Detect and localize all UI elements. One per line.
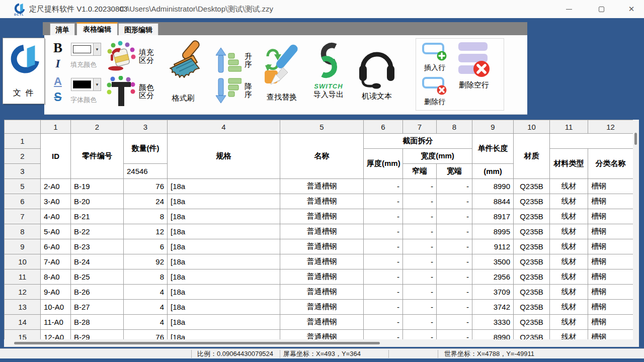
cell-narrow[interactable]: - bbox=[403, 285, 437, 300]
cell-name[interactable]: 普通槽钢 bbox=[280, 315, 364, 330]
cell-part[interactable]: B-19 bbox=[71, 179, 124, 194]
cell-spec[interactable]: [18a bbox=[168, 224, 280, 239]
cell-thk[interactable]: - bbox=[364, 194, 403, 209]
cell-id[interactable]: 5-A0 bbox=[41, 224, 71, 239]
cell-narrow[interactable]: - bbox=[403, 315, 437, 330]
cell-part[interactable]: B-27 bbox=[71, 300, 124, 315]
cell-spec[interactable]: [18a bbox=[168, 330, 280, 340]
cell-wide[interactable]: - bbox=[437, 224, 472, 239]
delete-row-button[interactable]: 删除行 bbox=[421, 76, 449, 108]
color-distinguish-button[interactable]: 颜色区分 bbox=[106, 75, 156, 108]
cell-cat[interactable]: 槽钢 bbox=[588, 239, 633, 254]
cell-cat[interactable]: 槽钢 bbox=[588, 179, 633, 194]
qty-total-cell[interactable]: 24546 bbox=[124, 164, 168, 179]
row-number[interactable]: 3 bbox=[5, 164, 41, 179]
cell-mat[interactable]: Q235B bbox=[514, 194, 550, 209]
column-number[interactable]: 4 bbox=[168, 120, 280, 134]
column-number[interactable]: 7 bbox=[403, 120, 437, 134]
cell-mat[interactable]: Q235B bbox=[514, 330, 550, 340]
header-narrow-end[interactable]: 窄端 bbox=[403, 164, 437, 179]
cell-narrow[interactable]: - bbox=[403, 209, 437, 224]
cell-narrow[interactable]: - bbox=[403, 239, 437, 254]
horizontal-scrollbar-thumb[interactable] bbox=[14, 342, 380, 344]
cell-wide[interactable]: - bbox=[437, 315, 472, 330]
cell-narrow[interactable]: - bbox=[403, 269, 437, 285]
cell-wide[interactable]: - bbox=[437, 330, 472, 340]
header-mm[interactable]: (mm) bbox=[472, 164, 514, 179]
delete-empty-rows-button[interactable]: 删除空行 bbox=[454, 42, 494, 98]
column-number[interactable]: 5 bbox=[280, 120, 364, 134]
cell-mat[interactable]: Q235B bbox=[514, 285, 550, 300]
chevron-down-icon[interactable]: ▼ bbox=[93, 78, 101, 90]
cell-cat[interactable]: 槽钢 bbox=[588, 209, 633, 224]
cell-len[interactable]: 8917 bbox=[472, 209, 514, 224]
cell-thk[interactable]: - bbox=[364, 300, 403, 315]
cell-part[interactable]: B-20 bbox=[71, 194, 124, 209]
import-export-button[interactable]: SWITCH 导入导出 bbox=[308, 40, 349, 105]
cell-spec[interactable]: [18a bbox=[168, 285, 280, 300]
cell-id[interactable]: 4-A0 bbox=[41, 209, 71, 224]
row-number[interactable]: 12 bbox=[5, 285, 41, 300]
cell-len[interactable]: 3330 bbox=[472, 315, 514, 330]
cell-len[interactable]: 8990 bbox=[472, 179, 514, 194]
cell-name[interactable]: 普通槽钢 bbox=[280, 300, 364, 315]
header-unit-length[interactable]: 单件长度 bbox=[472, 134, 514, 164]
cell-thk[interactable]: - bbox=[364, 330, 403, 340]
cell-mat[interactable]: Q235B bbox=[514, 209, 550, 224]
strikethrough-button[interactable]: S bbox=[50, 90, 65, 104]
tab-list[interactable]: 清单 bbox=[50, 23, 75, 35]
cell-type[interactable]: 线材 bbox=[550, 179, 588, 194]
cell-narrow[interactable]: - bbox=[403, 194, 437, 209]
cell-len[interactable]: 8995 bbox=[472, 224, 514, 239]
header-category[interactable]: 分类名称 bbox=[588, 149, 633, 179]
cell-id[interactable]: 7-A0 bbox=[41, 254, 71, 269]
cell-part[interactable]: B-26 bbox=[71, 285, 124, 300]
cell-narrow[interactable]: - bbox=[403, 300, 437, 315]
cell-type[interactable]: 线材 bbox=[550, 330, 588, 340]
cell-cat[interactable]: 槽钢 bbox=[588, 254, 633, 269]
cell-id[interactable]: 11-A0 bbox=[41, 315, 71, 330]
tab-graphic-edit[interactable]: 图形编辑 bbox=[118, 23, 158, 35]
cell-name[interactable]: 普通槽钢 bbox=[280, 224, 364, 239]
cell-type[interactable]: 线材 bbox=[550, 239, 588, 254]
cell-part[interactable]: B-24 bbox=[71, 254, 124, 269]
row-number[interactable]: 14 bbox=[5, 315, 41, 330]
column-number[interactable]: 10 bbox=[514, 120, 550, 134]
cell-cat[interactable]: 槽钢 bbox=[588, 315, 633, 330]
cell-name[interactable]: 普通槽钢 bbox=[280, 179, 364, 194]
cell-wide[interactable]: - bbox=[437, 254, 472, 269]
cell-id[interactable]: 6-A0 bbox=[41, 239, 71, 254]
sort-descending-button[interactable]: 降序 bbox=[215, 75, 258, 106]
cell-mat[interactable]: Q235B bbox=[514, 224, 550, 239]
cell-spec[interactable]: [18a bbox=[168, 254, 280, 269]
cell-cat[interactable]: 槽钢 bbox=[588, 194, 633, 209]
cell-id[interactable]: 2-A0 bbox=[41, 179, 71, 194]
cell-narrow[interactable]: - bbox=[403, 330, 437, 340]
cell-type[interactable]: 线材 bbox=[550, 315, 588, 330]
cell-mat[interactable]: Q235B bbox=[514, 254, 550, 269]
cell-part[interactable]: B-29 bbox=[71, 330, 124, 340]
cell-thk[interactable]: - bbox=[364, 315, 403, 330]
close-button[interactable]: ✕ bbox=[620, 0, 643, 18]
corner-cell[interactable] bbox=[5, 120, 41, 134]
header-qty[interactable]: 数量(件) bbox=[124, 134, 168, 164]
machine-read-button[interactable]: 机读文本 bbox=[354, 41, 399, 105]
insert-row-button[interactable]: 插入行 bbox=[421, 42, 449, 73]
cell-thk[interactable]: - bbox=[364, 254, 403, 269]
cell-part[interactable]: B-25 bbox=[71, 269, 124, 285]
cell-type[interactable]: 线材 bbox=[550, 224, 588, 239]
column-number[interactable]: 8 bbox=[437, 120, 472, 134]
chevron-down-icon[interactable]: ▼ bbox=[93, 43, 101, 55]
cell-spec[interactable]: [18a bbox=[168, 209, 280, 224]
cell-spec[interactable]: [18a bbox=[168, 179, 280, 194]
italic-button[interactable]: I bbox=[50, 57, 65, 70]
bold-button[interactable]: B bbox=[50, 40, 65, 56]
font-color-dropdown[interactable]: ▼ bbox=[71, 78, 101, 91]
cell-len[interactable]: 3742 bbox=[472, 300, 514, 315]
cell-thk[interactable]: - bbox=[364, 224, 403, 239]
row-number[interactable]: 13 bbox=[5, 300, 41, 315]
cell-cat[interactable]: 槽钢 bbox=[588, 300, 633, 315]
column-number[interactable]: 12 bbox=[588, 120, 633, 134]
maximize-button[interactable] bbox=[590, 0, 613, 18]
row-number[interactable]: 10 bbox=[5, 254, 41, 269]
